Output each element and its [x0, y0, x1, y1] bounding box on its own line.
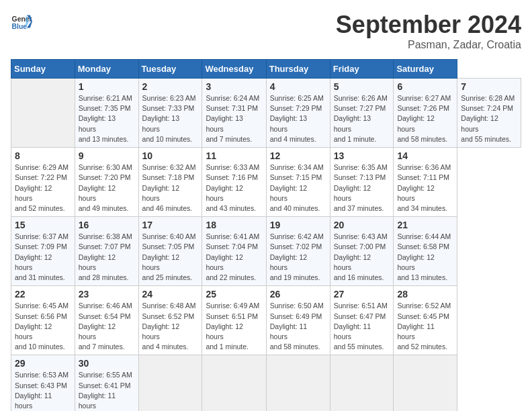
svg-text:Blue: Blue — [12, 23, 28, 30]
cell-sun-info: Sunrise: 6:34 AMSunset: 7:15 PMDaylight:… — [270, 163, 326, 214]
cell-sun-info: Sunrise: 6:21 AMSunset: 7:35 PMDaylight:… — [79, 93, 135, 144]
calendar-cell: 11Sunrise: 6:33 AMSunset: 7:16 PMDayligh… — [202, 148, 266, 217]
day-number: 20 — [334, 220, 390, 230]
day-number: 9 — [79, 150, 135, 161]
cell-sun-info: Sunrise: 6:55 AMSunset: 6:41 PMDaylight:… — [79, 370, 135, 411]
day-number: 8 — [15, 150, 71, 161]
calendar-cell: 5Sunrise: 6:26 AMSunset: 7:27 PMDaylight… — [330, 79, 394, 148]
calendar-body: 1Sunrise: 6:21 AMSunset: 7:35 PMDaylight… — [11, 79, 521, 412]
calendar-cell: 30Sunrise: 6:55 AMSunset: 6:41 PMDayligh… — [75, 355, 138, 411]
day-number: 23 — [79, 289, 135, 300]
header: General Blue September 2024 Pasman, Zada… — [11, 11, 521, 51]
day-number: 15 — [15, 220, 71, 230]
day-number: 16 — [79, 220, 135, 230]
cell-sun-info: Sunrise: 6:44 AMSunset: 6:58 PMDaylight:… — [397, 232, 453, 283]
title-area: September 2024 Pasman, Zadar, Croatia — [336, 11, 521, 51]
day-number: 13 — [334, 150, 390, 161]
day-number: 18 — [206, 220, 262, 230]
calendar-week-2: 8Sunrise: 6:29 AMSunset: 7:22 PMDaylight… — [11, 148, 521, 217]
cell-sun-info: Sunrise: 6:27 AMSunset: 7:26 PMDaylight:… — [397, 93, 453, 144]
cell-sun-info: Sunrise: 6:26 AMSunset: 7:27 PMDaylight:… — [334, 93, 390, 144]
calendar-cell: 20Sunrise: 6:43 AMSunset: 7:00 PMDayligh… — [330, 217, 394, 286]
calendar-cell: 23Sunrise: 6:46 AMSunset: 6:54 PMDayligh… — [75, 286, 138, 355]
calendar-cell: 14Sunrise: 6:36 AMSunset: 7:11 PMDayligh… — [394, 148, 457, 217]
cell-sun-info: Sunrise: 6:38 AMSunset: 7:07 PMDaylight:… — [79, 232, 135, 283]
day-number: 4 — [270, 81, 326, 92]
cell-sun-info: Sunrise: 6:32 AMSunset: 7:18 PMDaylight:… — [142, 163, 199, 214]
cell-sun-info: Sunrise: 6:45 AMSunset: 6:56 PMDaylight:… — [15, 301, 71, 352]
calendar-table: SundayMondayTuesdayWednesdayThursdayFrid… — [11, 59, 521, 411]
cell-sun-info: Sunrise: 6:51 AMSunset: 6:47 PMDaylight:… — [334, 301, 390, 352]
calendar-cell: 21Sunrise: 6:44 AMSunset: 6:58 PMDayligh… — [394, 217, 457, 286]
cell-sun-info: Sunrise: 6:48 AMSunset: 6:52 PMDaylight:… — [142, 301, 199, 352]
cell-sun-info: Sunrise: 6:40 AMSunset: 7:05 PMDaylight:… — [142, 232, 199, 283]
calendar-cell: 16Sunrise: 6:38 AMSunset: 7:07 PMDayligh… — [75, 217, 138, 286]
col-header-wednesday: Wednesday — [202, 60, 266, 79]
calendar-cell: 26Sunrise: 6:50 AMSunset: 6:49 PMDayligh… — [266, 286, 330, 355]
calendar-cell: 10Sunrise: 6:32 AMSunset: 7:18 PMDayligh… — [138, 148, 202, 217]
day-number: 10 — [142, 150, 199, 161]
col-header-monday: Monday — [75, 60, 138, 79]
cell-sun-info: Sunrise: 6:46 AMSunset: 6:54 PMDaylight:… — [79, 301, 135, 352]
day-number: 29 — [15, 358, 71, 369]
column-headers-row: SundayMondayTuesdayWednesdayThursdayFrid… — [11, 60, 521, 79]
col-header-thursday: Thursday — [266, 60, 330, 79]
calendar-cell: 1Sunrise: 6:21 AMSunset: 7:35 PMDaylight… — [75, 79, 138, 148]
cell-sun-info: Sunrise: 6:24 AMSunset: 7:31 PMDaylight:… — [206, 93, 262, 144]
calendar-cell: 27Sunrise: 6:51 AMSunset: 6:47 PMDayligh… — [330, 286, 394, 355]
calendar-cell: 17Sunrise: 6:40 AMSunset: 7:05 PMDayligh… — [138, 217, 202, 286]
calendar-cell — [138, 355, 202, 411]
cell-sun-info: Sunrise: 6:28 AMSunset: 7:24 PMDaylight:… — [461, 93, 517, 144]
calendar-cell: 9Sunrise: 6:30 AMSunset: 7:20 PMDaylight… — [75, 148, 138, 217]
calendar-cell: 8Sunrise: 6:29 AMSunset: 7:22 PMDaylight… — [11, 148, 75, 217]
calendar-cell — [11, 79, 75, 148]
cell-sun-info: Sunrise: 6:50 AMSunset: 6:49 PMDaylight:… — [270, 301, 326, 352]
cell-sun-info: Sunrise: 6:30 AMSunset: 7:20 PMDaylight:… — [79, 163, 135, 214]
calendar-cell: 24Sunrise: 6:48 AMSunset: 6:52 PMDayligh… — [138, 286, 202, 355]
calendar-cell: 12Sunrise: 6:34 AMSunset: 7:15 PMDayligh… — [266, 148, 330, 217]
calendar-cell: 4Sunrise: 6:25 AMSunset: 7:29 PMDaylight… — [266, 79, 330, 148]
day-number: 14 — [397, 150, 453, 161]
cell-sun-info: Sunrise: 6:42 AMSunset: 7:02 PMDaylight:… — [270, 232, 326, 283]
cell-sun-info: Sunrise: 6:25 AMSunset: 7:29 PMDaylight:… — [270, 93, 326, 144]
calendar-cell: 2Sunrise: 6:23 AMSunset: 7:33 PMDaylight… — [138, 79, 202, 148]
cell-sun-info: Sunrise: 6:52 AMSunset: 6:45 PMDaylight:… — [397, 301, 453, 352]
day-number: 27 — [334, 289, 390, 300]
generalblue-logo-icon: General Blue — [11, 11, 32, 32]
day-number: 26 — [270, 289, 326, 300]
day-number: 5 — [334, 81, 390, 92]
calendar-cell: 28Sunrise: 6:52 AMSunset: 6:45 PMDayligh… — [394, 286, 457, 355]
calendar-cell: 22Sunrise: 6:45 AMSunset: 6:56 PMDayligh… — [11, 286, 75, 355]
day-number: 25 — [206, 289, 262, 300]
calendar-week-5: 29Sunrise: 6:53 AMSunset: 6:43 PMDayligh… — [11, 355, 521, 411]
calendar-cell — [266, 355, 330, 411]
calendar-cell: 3Sunrise: 6:24 AMSunset: 7:31 PMDaylight… — [202, 79, 266, 148]
calendar-cell: 13Sunrise: 6:35 AMSunset: 7:13 PMDayligh… — [330, 148, 394, 217]
day-number: 19 — [270, 220, 326, 230]
cell-sun-info: Sunrise: 6:43 AMSunset: 7:00 PMDaylight:… — [334, 232, 390, 283]
calendar-cell — [202, 355, 266, 411]
day-number: 1 — [79, 81, 135, 92]
day-number: 6 — [397, 81, 453, 92]
month-title: September 2024 — [336, 11, 521, 39]
location-title: Pasman, Zadar, Croatia — [336, 39, 521, 51]
day-number: 28 — [397, 289, 453, 300]
col-header-tuesday: Tuesday — [138, 60, 202, 79]
day-number: 12 — [270, 150, 326, 161]
day-number: 30 — [79, 358, 135, 369]
calendar-cell: 18Sunrise: 6:41 AMSunset: 7:04 PMDayligh… — [202, 217, 266, 286]
col-header-sunday: Sunday — [11, 60, 75, 79]
day-number: 17 — [142, 220, 199, 230]
col-header-saturday: Saturday — [394, 60, 457, 79]
logo: General Blue — [11, 11, 32, 32]
cell-sun-info: Sunrise: 6:53 AMSunset: 6:43 PMDaylight:… — [15, 370, 71, 411]
calendar-cell: 19Sunrise: 6:42 AMSunset: 7:02 PMDayligh… — [266, 217, 330, 286]
cell-sun-info: Sunrise: 6:49 AMSunset: 6:51 PMDaylight:… — [206, 301, 262, 352]
day-number: 21 — [397, 220, 453, 230]
day-number: 3 — [206, 81, 262, 92]
calendar-week-1: 1Sunrise: 6:21 AMSunset: 7:35 PMDaylight… — [11, 79, 521, 148]
calendar-cell: 25Sunrise: 6:49 AMSunset: 6:51 PMDayligh… — [202, 286, 266, 355]
cell-sun-info: Sunrise: 6:35 AMSunset: 7:13 PMDaylight:… — [334, 163, 390, 214]
cell-sun-info: Sunrise: 6:29 AMSunset: 7:22 PMDaylight:… — [15, 163, 71, 214]
col-header-friday: Friday — [330, 60, 394, 79]
